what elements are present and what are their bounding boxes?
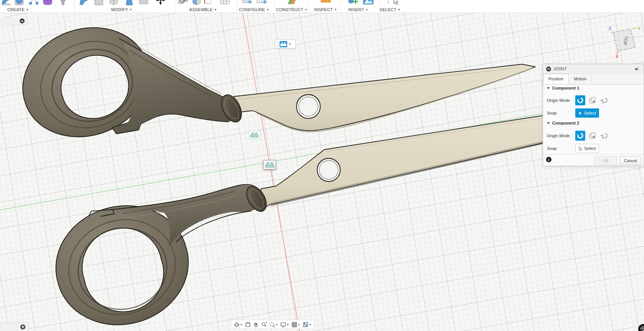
origin-mode-between-faces-button-2[interactable]: [588, 131, 597, 140]
new-component-icon[interactable]: [191, 0, 202, 6]
joint-dialog-tabs: Position Motion: [543, 74, 644, 85]
origin-mode-edge-intersection-button-2[interactable]: [599, 131, 609, 140]
fillet-icon[interactable]: [93, 0, 104, 6]
edge-intersection-icon: [600, 96, 608, 105]
bom-table-icon[interactable]: [220, 0, 230, 6]
origin-mode-edge-intersection-button-1[interactable]: [599, 96, 609, 105]
rigid-joint-glyph-icon: [250, 132, 258, 137]
dialog-collapse-icon[interactable]: [546, 67, 551, 72]
move-copy-icon[interactable]: [154, 0, 165, 6]
menu-create[interactable]: CREATE▼: [7, 7, 29, 12]
browser-collapse-bar[interactable]: [0, 17, 28, 25]
shell-icon[interactable]: [108, 0, 119, 6]
tab-motion[interactable]: Motion: [569, 74, 591, 84]
joint-origin-marker-1[interactable]: [248, 130, 260, 139]
joint-origin-icon: [577, 132, 584, 139]
look-at-button[interactable]: [245, 322, 251, 328]
toolbar-separator: [175, 0, 175, 12]
grid-icon: [291, 322, 297, 328]
dialog-expand-icon[interactable]: ▶▏: [635, 67, 641, 71]
canvas-image-icon[interactable]: [363, 0, 373, 6]
orbit-icon: [234, 322, 240, 328]
bolt-icon[interactable]: [58, 0, 68, 6]
chevron-down-icon: ▼: [214, 8, 217, 12]
fit-button[interactable]: ▼: [269, 322, 278, 328]
menu-inspect[interactable]: INSPECT▼: [314, 7, 337, 12]
toolbar-separator: [274, 0, 275, 12]
display-settings-icon: [280, 322, 286, 328]
ok-button[interactable]: OK: [594, 156, 617, 165]
zoom-button[interactable]: [261, 322, 267, 328]
toolbar-separator: [237, 0, 237, 12]
menu-construct[interactable]: CONSTRUCT▼: [276, 7, 308, 12]
fit-icon: [269, 322, 275, 328]
menu-assemble[interactable]: ASSEMBLE▼: [189, 7, 217, 12]
pan-hand-icon: [253, 322, 259, 328]
joint-link-icon[interactable]: [177, 0, 188, 6]
panel-separator: [543, 154, 644, 155]
timeline-expand-bar[interactable]: [0, 322, 29, 331]
collapse-browser-icon[interactable]: [20, 18, 25, 23]
revolve-icon[interactable]: [14, 0, 25, 6]
viewport-grid: [0, 13, 644, 331]
chevron-down-icon[interactable]: ▼: [309, 323, 311, 326]
expand-timeline-icon[interactable]: [20, 324, 25, 329]
section-component-1[interactable]: Component 1: [547, 86, 579, 90]
chevron-down-icon[interactable]: ▼: [288, 42, 291, 46]
ribbon-toolbar: CREATE▼ MODIFY▼ ASSEMBLE▼ CONFIGURE▼ CON…: [0, 0, 644, 13]
measure-icon[interactable]: [320, 0, 331, 6]
joint-type-mini-toolbar[interactable]: ▼: [275, 40, 296, 48]
origin-mode-between-faces-button-1[interactable]: [588, 96, 597, 105]
pan-button[interactable]: [253, 322, 259, 328]
snap-select-button-2[interactable]: Select: [575, 144, 599, 153]
origin-mode-simple-button-2[interactable]: [575, 131, 585, 141]
3d-viewport[interactable]: [0, 13, 644, 331]
toolbar-separator: [339, 0, 340, 12]
tab-position[interactable]: Position: [543, 74, 569, 84]
joint-dialog-titlebar[interactable]: JOINT ▶▏: [543, 64, 644, 74]
joint-origin-marker-2[interactable]: [263, 160, 276, 170]
menu-insert[interactable]: INSERT▼: [348, 7, 368, 12]
menu-modify[interactable]: MODIFY▼: [111, 7, 132, 12]
axis-x-label: X: [616, 54, 619, 58]
section-component-2[interactable]: Component 2: [547, 121, 579, 125]
cancel-button[interactable]: Cancel: [620, 156, 641, 165]
rigid-group-icon[interactable]: [203, 0, 214, 6]
between-faces-icon: [588, 96, 597, 105]
menu-select[interactable]: SELECT▼: [379, 7, 401, 12]
configuration-table-icon[interactable]: [256, 0, 267, 6]
info-icon[interactable]: i: [546, 157, 551, 162]
cursor-icon: [578, 111, 583, 116]
chevron-down-icon[interactable]: ▼: [298, 323, 300, 326]
menu-configure[interactable]: CONFIGURE▼: [239, 7, 270, 12]
construction-plane-icon[interactable]: [286, 0, 297, 6]
joint-type-icon[interactable]: [280, 41, 287, 47]
chevron-down-icon[interactable]: ▼: [240, 323, 243, 326]
sweep-icon[interactable]: [1, 0, 12, 6]
zoom-icon: [261, 322, 267, 328]
sketch-icon[interactable]: [28, 0, 39, 6]
chevron-down-icon: ▼: [305, 8, 308, 12]
grid-layout-button[interactable]: ▼: [291, 322, 300, 328]
chevron-down-icon: ▼: [26, 8, 29, 12]
chevron-down-icon[interactable]: ▼: [286, 323, 289, 326]
viewcube[interactable]: TOP Z Y X: [606, 23, 642, 58]
chevron-down-icon: ▼: [266, 8, 269, 12]
orbit-button[interactable]: ▼: [234, 322, 243, 328]
display-settings-button[interactable]: ▼: [280, 322, 289, 328]
form-icon[interactable]: [42, 0, 53, 6]
configuration-icon[interactable]: [241, 0, 252, 6]
viewports-icon: [303, 322, 308, 328]
chevron-down-icon[interactable]: ▼: [275, 323, 278, 326]
origin-mode-simple-button-1[interactable]: [575, 95, 585, 105]
split-body-icon[interactable]: [138, 0, 149, 6]
press-pull-icon[interactable]: [78, 0, 89, 6]
axis-y-label: Y: [638, 26, 641, 31]
snap-select-button-1[interactable]: Select: [575, 108, 599, 118]
drag-handle-icon[interactable]: [277, 41, 278, 47]
select-tool-icon[interactable]: [386, 0, 397, 6]
viewports-button[interactable]: ▼: [303, 322, 311, 328]
axis-z-label: Z: [609, 26, 611, 31]
draft-icon[interactable]: [124, 0, 134, 6]
insert-derive-icon[interactable]: [348, 0, 358, 6]
